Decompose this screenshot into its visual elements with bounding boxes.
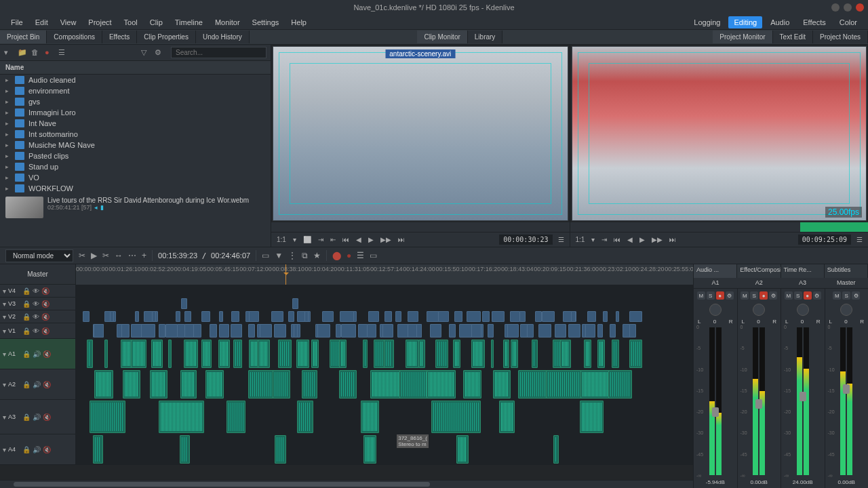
clip-timecode[interactable]: 00:00:30:23 <box>499 235 552 245</box>
stop-icon[interactable]: ⬜ <box>302 236 313 243</box>
search-input[interactable] <box>171 47 267 58</box>
chevron-down-icon[interactable]: ▾ <box>590 236 596 243</box>
volume-fader[interactable] <box>800 392 806 401</box>
volume-fader[interactable] <box>712 407 719 417</box>
video-clip[interactable] <box>384 311 392 322</box>
prev-frame-icon[interactable]: ◀ <box>355 236 363 243</box>
chevron-down-icon[interactable]: ▾ <box>292 236 298 243</box>
video-clip[interactable] <box>527 324 534 338</box>
play-icon[interactable]: ▶ <box>367 236 375 243</box>
video-clip[interactable] <box>184 311 191 322</box>
video-clip[interactable] <box>322 311 333 322</box>
video-clip[interactable] <box>488 324 494 338</box>
audio-clip[interactable] <box>363 340 368 368</box>
bin-folder[interactable]: ▸Stand up <box>0 161 271 172</box>
chevron-down-icon[interactable]: ▾ <box>3 300 6 308</box>
fx-button[interactable]: ⚙ <box>726 291 734 300</box>
lock-icon[interactable]: 🔒 <box>22 327 31 335</box>
solo-button[interactable]: S <box>750 291 758 300</box>
clip-monitor-view[interactable]: antarctic-scenery.avi <box>273 46 568 221</box>
video-clip[interactable] <box>341 324 357 338</box>
fx-button[interactable]: ⚙ <box>769 291 777 300</box>
video-clip[interactable] <box>585 324 595 338</box>
add-clip-icon[interactable]: ▾ <box>4 48 14 58</box>
audio-clip[interactable] <box>123 370 140 399</box>
video-clip[interactable] <box>83 311 90 322</box>
video-clip[interactable] <box>340 311 355 322</box>
audio-clip[interactable] <box>584 340 591 368</box>
subtitle-icon[interactable]: ▭ <box>370 251 377 260</box>
clip-monitor-scrubber[interactable] <box>271 222 570 232</box>
speaker-icon[interactable]: 🔊 <box>33 446 41 453</box>
audio-clip[interactable] <box>150 370 167 399</box>
audio-clip[interactable] <box>233 340 243 368</box>
next-frame-icon[interactable]: ▶▶ <box>650 236 664 243</box>
audio-clip[interactable] <box>151 340 163 368</box>
video-clip[interactable] <box>353 311 357 322</box>
razor-icon[interactable]: ✂ <box>79 251 85 260</box>
audio-clip[interactable] <box>560 340 571 368</box>
video-clip[interactable] <box>231 311 239 322</box>
audio-clip[interactable] <box>491 340 494 368</box>
menu-timeline[interactable]: Timeline <box>170 16 208 28</box>
video-clip[interactable] <box>571 311 575 322</box>
bin-folder[interactable]: ▸Audio cleaned <box>0 75 271 85</box>
project-timecode[interactable]: 00:09:25:09 <box>798 235 851 245</box>
mute-icon[interactable]: 🔇 <box>41 327 50 335</box>
chevron-down-icon[interactable]: ▾ <box>3 381 6 388</box>
mute-button[interactable]: M <box>697 291 705 300</box>
audio-clip[interactable] <box>159 401 204 433</box>
menu-tool[interactable]: Tool <box>119 16 143 28</box>
pan-knob[interactable] <box>753 304 765 316</box>
tab-effect[interactable]: Effect/Compositi... <box>737 264 781 278</box>
sort-icon[interactable]: ⚙ <box>155 48 164 58</box>
audio-clip[interactable] <box>311 340 319 368</box>
tab-project-bin[interactable]: Project Bin <box>0 30 47 43</box>
video-clip[interactable] <box>616 311 619 322</box>
audio-clip[interactable] <box>384 340 394 368</box>
guides-icon[interactable]: ⋮ <box>288 251 296 260</box>
video-clip[interactable] <box>416 324 422 338</box>
play-icon[interactable]: ▶ <box>91 251 97 260</box>
audio-clip[interactable] <box>456 435 468 464</box>
video-clip[interactable] <box>152 311 156 322</box>
audio-clip[interactable] <box>435 340 448 368</box>
pan-knob[interactable] <box>840 304 852 316</box>
playhead[interactable] <box>285 264 286 285</box>
track-head[interactable]: ▾V2🔒👁🔇 <box>0 310 76 323</box>
video-clip[interactable] <box>176 311 180 322</box>
video-clip[interactable] <box>507 324 519 338</box>
video-clip[interactable] <box>165 324 178 338</box>
tab-library[interactable]: Library <box>468 30 503 43</box>
filter-icon[interactable]: ▽ <box>141 48 151 58</box>
mute-button[interactable]: M <box>833 291 841 300</box>
lock-icon[interactable]: 🔒 <box>22 287 31 295</box>
audio-clip[interactable] <box>608 370 632 399</box>
audio-clip[interactable] <box>431 401 480 433</box>
video-clip[interactable] <box>510 311 520 322</box>
audio-clip[interactable] <box>427 370 456 399</box>
mixer-icon[interactable]: ☰ <box>357 251 364 260</box>
video-clip[interactable] <box>467 311 481 322</box>
mute-icon[interactable]: 🔇 <box>43 413 51 421</box>
mute-button[interactable]: M <box>741 291 749 300</box>
video-clip[interactable] <box>629 311 642 322</box>
audio-clip[interactable] <box>302 370 317 399</box>
pan-knob[interactable] <box>709 304 722 316</box>
video-clip[interactable] <box>395 311 401 322</box>
video-clip[interactable] <box>603 311 608 322</box>
track-head[interactable]: ▾A4🔒🔊🔇 <box>0 434 76 464</box>
bin-folder[interactable]: ▸Immagini Loro <box>0 107 271 118</box>
audio-clip[interactable] <box>363 435 376 464</box>
video-clip[interactable] <box>304 311 309 322</box>
menu-icon[interactable]: ☰ <box>855 236 864 243</box>
audio-clip[interactable] <box>553 435 559 464</box>
workspace-editing[interactable]: Editing <box>728 16 762 28</box>
menu-clip[interactable]: Clip <box>144 16 168 28</box>
chevron-down-icon[interactable]: ▾ <box>3 313 6 321</box>
track-head[interactable]: ▾V4🔒👁🔇 <box>0 285 76 297</box>
pan-knob[interactable] <box>797 304 809 316</box>
audio-clip[interactable] <box>471 340 485 368</box>
next-frame-icon[interactable]: ▶▶ <box>379 236 393 243</box>
menu-project[interactable]: Project <box>83 16 117 28</box>
